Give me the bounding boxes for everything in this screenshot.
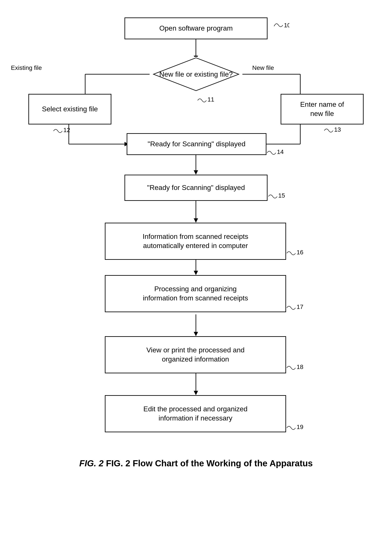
svg-text:18: 18	[297, 364, 303, 370]
svg-marker-21	[194, 332, 198, 336]
svg-text:13: 13	[334, 126, 341, 133]
ref-12: 12	[52, 127, 72, 139]
ref-19: 19	[286, 424, 305, 436]
node-11-diamond-wrapper: New file or existing file?	[150, 56, 242, 93]
svg-text:12: 12	[63, 127, 70, 133]
ref-14: 14	[266, 148, 286, 161]
ref-13: 13	[323, 126, 343, 139]
node-12-label: Select existing file	[42, 104, 98, 114]
node-19-box: Edit the processed and organized informa…	[105, 395, 286, 432]
ref-16: 16	[286, 249, 305, 261]
ref-10: 10	[272, 20, 289, 32]
svg-marker-23	[194, 391, 198, 395]
svg-text:11: 11	[208, 96, 214, 103]
svg-text:19: 19	[297, 424, 303, 430]
caption-text: FIG. 2 Flow Chart of the Working of the …	[106, 458, 313, 468]
node-12-box: Select existing file	[28, 94, 111, 125]
svg-text:10: 10	[284, 22, 289, 29]
node-13-label: Enter name of new file	[300, 100, 344, 118]
node-11-label: New file or existing file?	[159, 70, 233, 78]
node-17-box: Processing and organizing information fr…	[105, 275, 286, 312]
node-18-label: View or print the processed and organize…	[146, 346, 244, 364]
node-11-diamond: New file or existing file?	[150, 57, 242, 92]
svg-text:16: 16	[297, 249, 303, 256]
flowchart-diagram: Open software program 10 New file or exi…	[0, 0, 392, 31]
node-16-box: Information from scanned receipts automa…	[105, 223, 286, 260]
node-19-label: Edit the processed and organized informa…	[143, 405, 248, 423]
label-existing-file: Existing file	[11, 64, 42, 71]
svg-marker-19	[194, 271, 198, 275]
caption-fig: FIG. 2	[79, 458, 106, 468]
svg-text:15: 15	[278, 192, 285, 199]
node-10-box: Open software program	[125, 17, 267, 39]
caption: FIG. 2 FIG. 2 Flow Chart of the Working …	[0, 458, 392, 468]
node-15-box: "Ready for Scanning" displayed	[125, 175, 267, 201]
svg-text:14: 14	[277, 148, 284, 155]
ref-18: 18	[286, 364, 305, 376]
svg-marker-17	[194, 218, 198, 223]
node-18-box: View or print the processed and organize…	[105, 336, 286, 373]
ref-15: 15	[267, 192, 287, 205]
svg-text:17: 17	[297, 303, 303, 310]
node-10-label: Open software program	[159, 24, 233, 33]
ref-17: 17	[286, 303, 305, 316]
ref-11: 11	[197, 96, 216, 109]
node-13-box: Enter name of new file	[281, 94, 364, 125]
node-15-label: "Ready for Scanning" displayed	[147, 183, 245, 192]
node-14-label: "Ready for Scanning" displayed	[148, 140, 246, 149]
node-17-label: Processing and organizing information fr…	[143, 285, 248, 303]
svg-marker-15	[194, 170, 198, 175]
node-14-box: "Ready for Scanning" displayed	[127, 133, 267, 155]
label-new-file: New file	[252, 64, 274, 71]
node-16-label: Information from scanned receipts automa…	[143, 232, 248, 250]
